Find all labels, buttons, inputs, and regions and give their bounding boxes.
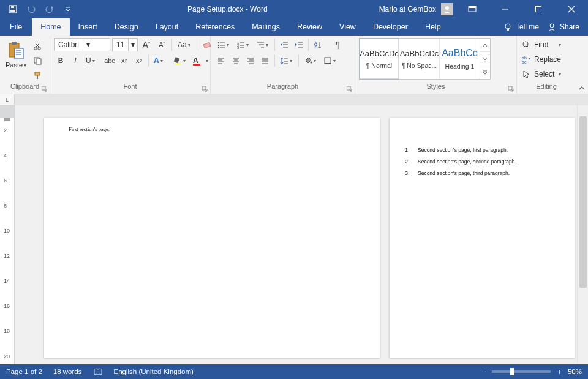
font-launcher[interactable] [201,85,208,92]
multilevel-list-button[interactable]: ▾ [254,38,272,51]
gallery-scroll-down[interactable] [480,52,490,66]
vertical-ruler[interactable]: 2468101214161820 [0,105,15,364]
clipboard-launcher[interactable] [40,85,48,92]
svg-rect-8 [536,7,541,12]
tab-view[interactable]: View [331,18,364,36]
undo-button[interactable] [23,1,39,18]
paragraph-launcher[interactable] [345,85,353,92]
tab-home[interactable]: Home [32,18,69,36]
copy-button[interactable] [31,54,44,67]
style-preview: AaBbCcDc [400,49,439,58]
svg-rect-30 [174,57,180,63]
font-size-combo[interactable]: 11▾ [112,38,138,51]
text-effects-button[interactable]: A▾ [151,54,170,67]
tab-insert[interactable]: Insert [70,18,106,36]
tab-selector[interactable]: L [0,94,15,105]
replace-button[interactable]: abac Replace [518,53,565,66]
styles-launcher[interactable] [507,85,514,92]
word-count-status[interactable]: 18 words [53,368,82,375]
highlight-button[interactable]: ▾ [171,54,189,67]
bullets-button[interactable]: ▾ [214,38,233,51]
style-item[interactable]: AaBbCcDc¶ No Spac... [399,39,440,79]
tab-layout[interactable]: Layout [147,18,187,36]
font-color-button[interactable]: A▾ [190,54,209,67]
group-editing-label: Editing [536,83,557,90]
tab-design[interactable]: Design [106,18,147,36]
align-right-button[interactable] [244,54,257,67]
zoom-out-button[interactable]: − [481,367,486,377]
style-preview: AaBbCc [442,48,478,59]
tab-references[interactable]: References [187,18,243,36]
shading-button[interactable]: ▾ [301,54,320,67]
share-button[interactable]: Share [548,23,579,31]
justify-button[interactable] [258,54,272,67]
zoom-level[interactable]: 50% [568,368,582,375]
tab-help[interactable]: Help [417,18,450,36]
find-button[interactable]: Find▾ [518,38,565,51]
select-button[interactable]: Select▾ [518,67,565,81]
tab-mailings[interactable]: Mailings [243,18,288,36]
increase-indent-button[interactable] [292,38,306,51]
language-status[interactable]: English (United Kingdom) [114,368,194,375]
separator [148,54,149,67]
show-marks-button[interactable]: ¶ [331,38,344,51]
font-size-value: 11 [113,40,128,49]
redo-button[interactable] [42,1,58,18]
cut-button[interactable] [31,39,44,53]
change-case-button[interactable]: Aa▾ [175,38,194,51]
ribbon-display-options-button[interactable] [458,0,486,18]
paste-button[interactable]: Paste▾ [4,38,28,69]
line-number: 1 [404,147,408,153]
tab-file[interactable]: File [0,18,32,36]
underline-button[interactable]: U▾ [83,54,102,67]
italic-button[interactable]: I [69,54,82,67]
numbering-button[interactable]: 123▾ [234,38,252,51]
style-item[interactable]: AaBbCcHeading 1 [440,39,480,79]
sort-button[interactable]: AZ [311,38,330,51]
svg-point-38 [218,47,219,48]
title-bar: Page Setup.docx - Word Mario at GemBox [0,0,588,18]
strikethrough-button[interactable]: abc [103,54,116,67]
tell-me-search[interactable]: Tell me [503,23,539,31]
gallery-expand[interactable] [480,66,490,79]
document-area[interactable]: First section's page. 1Second section's … [15,105,577,364]
tab-review[interactable]: Review [288,18,331,36]
svg-rect-24 [34,58,39,63]
vertical-scrollbar[interactable] [577,105,588,364]
align-center-button[interactable] [229,54,243,67]
tell-me-label: Tell me [516,23,539,31]
zoom-slider-knob[interactable] [510,368,514,375]
svg-point-13 [550,24,554,28]
style-item[interactable]: AaBbCcDc¶ Normal [359,38,399,80]
maximize-button[interactable] [524,0,552,18]
align-left-button[interactable] [214,54,228,67]
line-spacing-button[interactable]: ▾ [277,54,296,67]
minimize-button[interactable] [491,0,519,18]
save-button[interactable] [5,1,21,18]
svg-text:A: A [314,41,317,45]
zoom-in-button[interactable]: + [557,367,562,377]
shrink-font-button[interactable]: Aˇ [155,38,168,51]
ruler-tick: 14 [4,278,10,284]
subscript-button[interactable]: x2 [118,54,131,67]
bold-button[interactable]: B [54,54,67,67]
superscript-button[interactable]: x2 [132,54,146,67]
scrollbar-thumb[interactable] [579,116,587,288]
svg-rect-16 [15,48,23,59]
decrease-indent-button[interactable] [277,38,291,51]
page-number-status[interactable]: Page 1 of 2 [6,368,42,375]
qat-customize-button[interactable] [60,1,76,18]
tab-developer[interactable]: Developer [364,18,417,36]
proofing-status[interactable] [93,367,103,376]
grow-font-button[interactable]: A^ [140,38,153,51]
gallery-scroll-up[interactable] [480,39,490,52]
borders-button[interactable]: ▾ [321,54,339,67]
close-button[interactable] [557,0,586,18]
font-name-combo[interactable]: Calibri▾ [54,38,110,51]
format-painter-button[interactable] [31,69,44,82]
top-margin-marker[interactable] [4,118,10,121]
zoom-slider[interactable] [492,370,551,373]
user-avatar[interactable] [441,3,453,15]
collapse-ribbon-button[interactable] [576,36,588,94]
svg-rect-15 [12,42,17,45]
